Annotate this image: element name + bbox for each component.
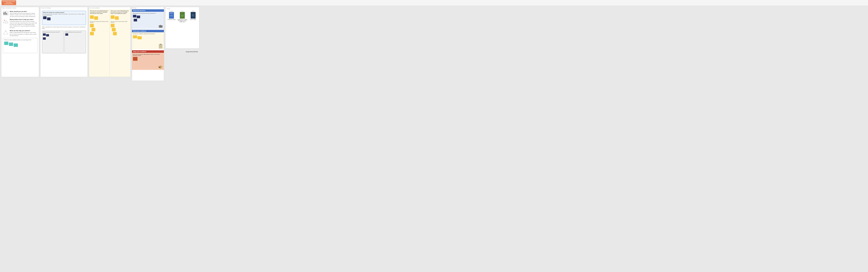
pic-sticky-3 bbox=[134, 19, 137, 22]
section2-title: What problem does it help you solve? bbox=[10, 19, 37, 20]
pic-sticky-1 bbox=[133, 15, 136, 18]
focus-sticky-y4 bbox=[92, 28, 95, 31]
situations-box: What are some situations where you could… bbox=[3, 38, 37, 53]
change-box-example: Eg. 'We need to be more agile'; 'I want … bbox=[43, 13, 85, 16]
picture-stickies-1 bbox=[133, 15, 163, 18]
top-bar: The template name could be on two lines … bbox=[0, 0, 868, 6]
main-content: Page 1: Introduction & context When shou… bbox=[0, 6, 868, 82]
intro-section-3: What can this help you achieve? Align on… bbox=[3, 30, 37, 36]
intro-text-1: When should you use this? This tool help… bbox=[10, 11, 37, 17]
more-sticky-1 bbox=[43, 33, 46, 36]
svg-rect-15 bbox=[159, 44, 162, 48]
check-sticky-2 bbox=[137, 36, 142, 39]
focus-col2-header: Pick one (or a few related) behaviors yo… bbox=[111, 10, 129, 14]
more-label: What behaviors do we see more of? bbox=[43, 32, 63, 33]
svg-text:Teams: Teams bbox=[181, 16, 183, 17]
footer-brand: ExperiencePoint bbox=[184, 50, 199, 53]
shape-header-text: Shape your conditions bbox=[133, 51, 146, 52]
map-icon bbox=[3, 19, 8, 24]
panel-focus-label: Focus your problems bbox=[90, 7, 99, 8]
logo: The template name could be on two lines … bbox=[2, 0, 16, 5]
focus-col1-stickies-top bbox=[90, 15, 108, 20]
book2-subtitle: Read bbox=[181, 10, 183, 11]
focus-col-more: Pick one (or a few related) behaviors yo… bbox=[89, 9, 110, 77]
focus-col1-stickies-bottom bbox=[90, 24, 108, 35]
resources-label: To learn bbox=[166, 8, 198, 9]
svg-marker-5 bbox=[3, 20, 8, 23]
panel-intro: Page 1: Introduction & context When shou… bbox=[1, 7, 39, 77]
more-sticky-2 bbox=[46, 34, 49, 36]
section3-title: What can this help you achieve? bbox=[10, 30, 37, 31]
svg-rect-25 bbox=[169, 13, 173, 14]
book2-title: Leading Teams: Setting the Stage for Gre… bbox=[177, 19, 187, 23]
change-stickies bbox=[43, 16, 85, 24]
resources-area: To learn Read Friction The Friction Proj… bbox=[165, 7, 199, 53]
svg-rect-16 bbox=[160, 44, 161, 45]
more-col: What behaviors do we see more of? bbox=[42, 31, 64, 53]
change-sticky-2 bbox=[47, 18, 51, 20]
shape-sub: How can we make the right behaviors easi… bbox=[133, 54, 163, 56]
focus-sticky-y3 bbox=[90, 24, 94, 27]
svg-text:Friction: Friction bbox=[170, 15, 173, 16]
intro-text-2: What problem does it help you solve? Som… bbox=[10, 19, 37, 29]
focus-grid: Pick one (or a few related) behaviors yo… bbox=[89, 9, 130, 77]
sticky-2 bbox=[9, 42, 13, 46]
shape-content: How can we make the right behaviors easi… bbox=[132, 53, 164, 70]
focus-sticky-y7 bbox=[115, 16, 119, 20]
focus-col2-sub: We see too much of this behavior today b… bbox=[111, 21, 129, 23]
focus-sticky-y8 bbox=[111, 24, 115, 27]
check-content: How do our conditions support these beha… bbox=[132, 32, 164, 49]
change-box-label: What's the change we're working towards? bbox=[43, 12, 85, 13]
focus-sticky-y2 bbox=[94, 16, 98, 20]
svg-text:Habits: Habits bbox=[192, 15, 194, 16]
book-item-2: Read Leading Teams Leading Teams: Settin… bbox=[177, 10, 187, 23]
panel-intro-label: Page 1: Introduction & context bbox=[2, 7, 16, 8]
focus-col2-stickies-bottom bbox=[111, 24, 129, 35]
book3-subtitle: Read bbox=[192, 10, 194, 11]
book1-subtitle: Read bbox=[170, 10, 173, 11]
more-stickies bbox=[43, 33, 63, 40]
change-sticky-1 bbox=[43, 16, 46, 19]
book2-cover: Leading Teams bbox=[180, 12, 185, 19]
svg-point-13 bbox=[160, 26, 161, 27]
svg-rect-14 bbox=[160, 25, 161, 26]
cube-icon bbox=[158, 65, 163, 69]
shape-sticky-1 bbox=[133, 57, 137, 61]
book3-cover: Atomic Habits bbox=[191, 12, 195, 19]
picture-content: What behaviors should we see more and le… bbox=[132, 12, 164, 29]
check-sub: How do our conditions support these beha… bbox=[133, 33, 163, 34]
section1-body: This tool helps you at any time during a… bbox=[10, 12, 37, 17]
picture-section: Picture the behaviors What behaviors sho… bbox=[132, 9, 164, 29]
focus-col2-stickies-top bbox=[111, 15, 129, 20]
sticky-1 bbox=[4, 41, 8, 45]
picture-header-text: Picture the behaviors bbox=[133, 10, 146, 11]
camera-icon bbox=[159, 25, 163, 28]
mountain-icon bbox=[3, 30, 8, 35]
picture-sub: What behaviors should we see more and le… bbox=[133, 13, 163, 14]
picture-header: Picture the behaviors bbox=[132, 9, 164, 12]
section3-body: Align on what behaviors we should see mo… bbox=[10, 32, 37, 36]
book-grid: Read Friction The Friction Project Read bbox=[166, 10, 198, 23]
section2-body: Sometimes people aren't clear on what a … bbox=[10, 21, 37, 29]
situations-label: What are some situations where you could… bbox=[4, 39, 36, 40]
intro-section-1: When should you use this? This tool help… bbox=[3, 11, 37, 17]
section1-title: When should you use this? bbox=[10, 11, 37, 12]
focus-sticky-y10 bbox=[113, 32, 117, 35]
clipboard-icon bbox=[159, 44, 163, 48]
pic-sticky-2 bbox=[137, 15, 140, 18]
intro-section-2: What problem does it help you solve? Som… bbox=[3, 19, 37, 29]
svg-text:Atomic: Atomic bbox=[192, 14, 194, 15]
panel-resources: To learn Read Friction The Friction Proj… bbox=[165, 7, 199, 48]
svg-rect-2 bbox=[5, 12, 6, 14]
check-header-text: Check your conditions bbox=[133, 30, 146, 32]
focus-col1-header: Pick one (or a few related) behaviors yo… bbox=[90, 10, 108, 14]
panel-focus: Focus your problems Pick one (or a few r… bbox=[89, 7, 131, 77]
less-stickies bbox=[65, 33, 85, 36]
book3-title: Atomic Habits bbox=[190, 19, 196, 20]
focus-sticky-y1 bbox=[90, 15, 94, 19]
sticky-3 bbox=[14, 43, 18, 47]
situations-stickies bbox=[4, 41, 36, 47]
book-item-1: Read Friction The Friction Project bbox=[166, 10, 177, 23]
less-sticky-1 bbox=[65, 33, 68, 36]
focus-sticky-y6 bbox=[111, 15, 115, 19]
